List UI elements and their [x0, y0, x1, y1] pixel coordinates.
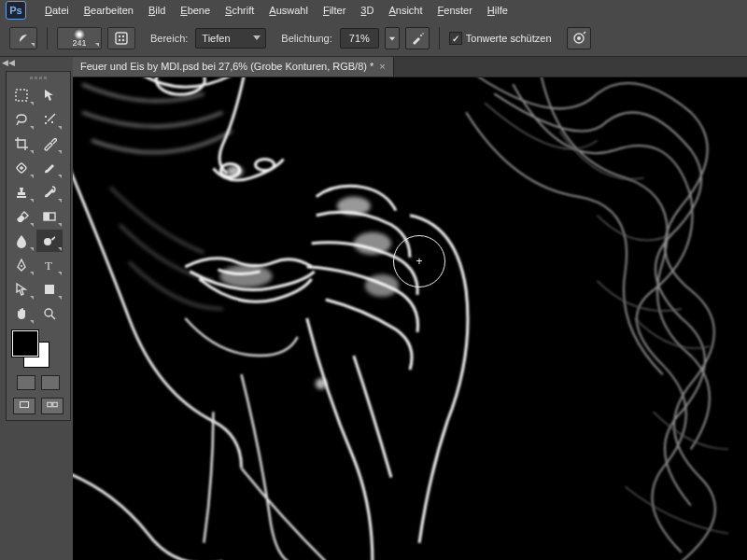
airbrush-toggle[interactable] [405, 27, 430, 49]
path-select-tool[interactable] [8, 278, 35, 301]
menu-image[interactable]: Bild [141, 2, 173, 19]
zoom-tool[interactable] [36, 302, 63, 325]
crosshair-icon: + [416, 255, 422, 268]
divider [47, 27, 48, 49]
exposure-input[interactable]: 71% [340, 28, 379, 49]
menu-view[interactable]: Ansicht [381, 2, 430, 19]
svg-rect-12 [17, 196, 26, 198]
svg-text:T: T [45, 259, 52, 273]
svg-point-29 [365, 274, 399, 297]
tool-preset-picker[interactable] [9, 27, 37, 49]
brush-cursor: + [393, 235, 445, 287]
move-tool[interactable] [36, 84, 63, 106]
svg-rect-14 [44, 213, 49, 220]
gradient-tool[interactable] [36, 205, 63, 228]
menu-bar: Ps Datei Bearbeiten Bild Ebene Schrift A… [0, 0, 747, 21]
svg-point-2 [122, 35, 124, 37]
menu-type[interactable]: Schrift [218, 2, 261, 19]
svg-point-6 [420, 35, 422, 36]
shape-tool[interactable] [36, 278, 63, 301]
tool-panel: T [6, 71, 71, 421]
svg-point-7 [422, 33, 424, 35]
app-logo: Ps [6, 1, 26, 20]
svg-point-27 [337, 197, 371, 216]
document-tab[interactable]: Feuer und Eis by MDI.psd bei 27,6% (Grob… [73, 56, 394, 77]
protect-tones-checkbox[interactable]: ✓ Tonwerte schützen [449, 32, 552, 45]
menu-3d[interactable]: 3D [353, 2, 381, 19]
foreground-color-swatch[interactable] [12, 330, 38, 357]
eraser-tool[interactable] [8, 205, 35, 228]
menu-select[interactable]: Auswahl [261, 2, 316, 19]
svg-point-19 [45, 309, 52, 316]
dodge-tool[interactable] [36, 230, 63, 252]
crop-tool[interactable] [8, 133, 35, 155]
svg-point-4 [122, 39, 124, 41]
type-tool[interactable]: T [36, 254, 63, 276]
change-screen-icon[interactable] [41, 398, 63, 414]
canvas[interactable]: + [73, 77, 747, 560]
svg-point-31 [226, 166, 243, 177]
brush-panel-toggle[interactable] [107, 27, 135, 49]
document-title: Feuer und Eis by MDI.psd bei 27,6% (Grob… [80, 61, 374, 72]
svg-marker-5 [389, 37, 395, 41]
svg-point-16 [21, 265, 22, 267]
svg-point-32 [316, 378, 327, 389]
standard-mode-icon[interactable] [13, 398, 35, 414]
brush-preset-picker[interactable]: 241 [57, 27, 102, 49]
check-icon: ✓ [449, 32, 462, 45]
svg-rect-10 [16, 90, 27, 101]
menu-file[interactable]: Datei [37, 2, 77, 19]
blur-tool[interactable] [8, 230, 35, 252]
range-select[interactable]: Tiefen [195, 28, 266, 49]
stamp-tool[interactable] [8, 181, 35, 203]
svg-point-1 [119, 35, 120, 37]
eyedropper-tool[interactable] [36, 133, 63, 155]
exposure-label: Belichtung: [281, 33, 331, 44]
exposure-stepper[interactable] [385, 27, 400, 49]
svg-point-30 [219, 265, 272, 287]
history-brush-tool[interactable] [36, 181, 63, 203]
svg-point-9 [577, 36, 581, 40]
panel-grip[interactable] [8, 74, 68, 82]
svg-rect-0 [116, 33, 127, 44]
svg-point-28 [354, 232, 391, 255]
lasso-tool[interactable] [8, 108, 35, 131]
options-bar: 241 Bereich: Tiefen Belichtung: 71% ✓ To… [0, 21, 747, 57]
document-tab-bar: Feuer und Eis by MDI.psd bei 27,6% (Grob… [73, 56, 747, 77]
range-label: Bereich: [150, 33, 188, 44]
brush-tool[interactable] [36, 157, 63, 179]
menu-layer[interactable]: Ebene [173, 2, 218, 19]
svg-rect-21 [48, 402, 52, 407]
svg-point-3 [119, 39, 120, 41]
pen-tool[interactable] [8, 254, 35, 276]
svg-point-15 [44, 238, 51, 245]
quickmask-toggle[interactable] [17, 375, 35, 390]
screenmode-toggle[interactable] [41, 375, 60, 390]
healing-tool[interactable] [8, 157, 35, 179]
svg-rect-18 [45, 285, 54, 294]
menu-filter[interactable]: Filter [316, 2, 353, 19]
artwork [73, 77, 747, 560]
divider [439, 27, 440, 49]
magic-wand-tool[interactable] [36, 108, 63, 131]
color-swatches[interactable] [12, 330, 64, 370]
brush-size-label: 241 [72, 38, 86, 48]
hand-tool[interactable] [8, 302, 35, 325]
svg-rect-23 [73, 77, 747, 560]
marquee-tool[interactable] [8, 84, 35, 106]
tablet-pressure-toggle[interactable] [567, 27, 591, 49]
menu-help[interactable]: Hilfe [480, 2, 515, 19]
close-icon[interactable]: × [379, 61, 385, 72]
menu-edit[interactable]: Bearbeiten [77, 2, 141, 19]
svg-rect-20 [21, 402, 29, 408]
svg-rect-22 [53, 402, 58, 407]
collapse-handle-icon[interactable]: ◀◀ [0, 56, 17, 69]
menu-window[interactable]: Fenster [430, 2, 480, 19]
